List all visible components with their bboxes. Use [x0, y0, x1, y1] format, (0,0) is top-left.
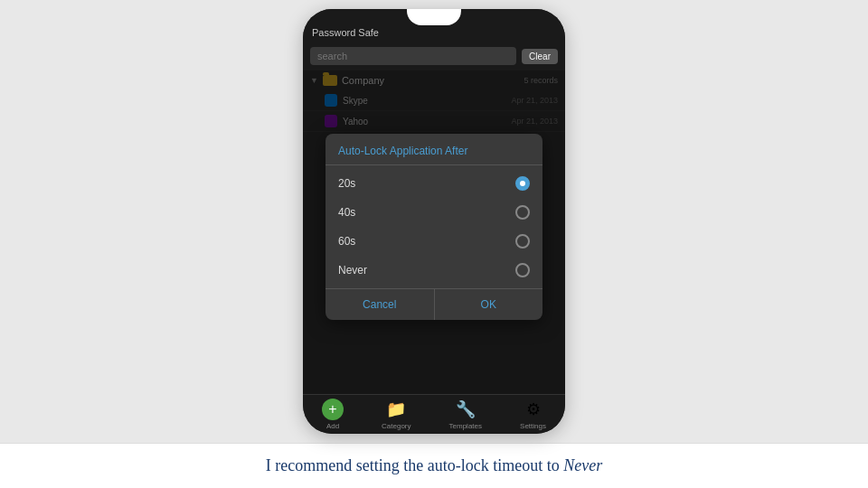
- option-label-60s: 60s: [338, 235, 355, 248]
- tab-settings[interactable]: ⚙ Settings: [520, 399, 546, 430]
- category-icon: 📁: [385, 399, 407, 420]
- caption-before: I recommend setting the auto-lock timeou…: [266, 456, 563, 474]
- option-60s[interactable]: 60s: [326, 227, 542, 256]
- tab-bar: + Add 📁 Category 🔧 Templates: [303, 394, 565, 434]
- option-label-never: Never: [338, 264, 367, 277]
- modal-options: 20s 40s 60s: [326, 165, 542, 288]
- radio-40s[interactable]: [515, 205, 530, 220]
- option-never[interactable]: Never: [326, 256, 542, 285]
- tab-templates-label: Templates: [449, 422, 482, 430]
- tab-category-label: Category: [382, 422, 410, 430]
- tab-templates[interactable]: 🔧 Templates: [449, 399, 482, 430]
- list-area: ▼ Company 5 records Skype Apr 21, 2013 Y…: [303, 70, 565, 394]
- caption-text: I recommend setting the auto-lock timeou…: [266, 456, 602, 475]
- autolock-modal: Auto-Lock Application After 20s 40s: [326, 134, 542, 320]
- phone-area: Password Safe Clear ▼ Company 5 records: [0, 0, 868, 443]
- search-bar: Clear: [303, 43, 565, 70]
- option-40s[interactable]: 40s: [326, 198, 542, 227]
- settings-icon: ⚙: [523, 399, 544, 420]
- radio-60s[interactable]: [515, 234, 530, 249]
- bottom-caption: I recommend setting the auto-lock timeou…: [0, 443, 868, 488]
- clear-button[interactable]: Clear: [522, 49, 558, 64]
- tab-add-label: Add: [326, 422, 339, 430]
- option-label-40s: 40s: [338, 206, 355, 219]
- radio-20s[interactable]: [515, 176, 530, 191]
- tab-category[interactable]: 📁 Category: [382, 399, 410, 430]
- cancel-button[interactable]: Cancel: [326, 289, 435, 320]
- tab-add[interactable]: + Add: [322, 399, 344, 430]
- caption-italic: Never: [563, 456, 602, 474]
- option-20s[interactable]: 20s: [326, 169, 542, 198]
- modal-actions: Cancel OK: [326, 288, 542, 320]
- modal-title: Auto-Lock Application After: [326, 134, 542, 165]
- templates-icon: 🔧: [455, 399, 476, 420]
- add-icon: +: [322, 399, 344, 420]
- radio-never[interactable]: [515, 263, 530, 277]
- tab-settings-label: Settings: [520, 422, 546, 430]
- option-label-20s: 20s: [338, 177, 355, 190]
- ok-button[interactable]: OK: [435, 289, 543, 320]
- phone-notch: [407, 9, 461, 25]
- app-title: Password Safe: [312, 27, 379, 38]
- search-input[interactable]: [310, 47, 516, 65]
- modal-overlay: Auto-Lock Application After 20s 40s: [303, 70, 565, 394]
- app-screen: Password Safe Clear ▼ Company 5 records: [303, 9, 565, 434]
- phone-mockup: Password Safe Clear ▼ Company 5 records: [303, 9, 565, 434]
